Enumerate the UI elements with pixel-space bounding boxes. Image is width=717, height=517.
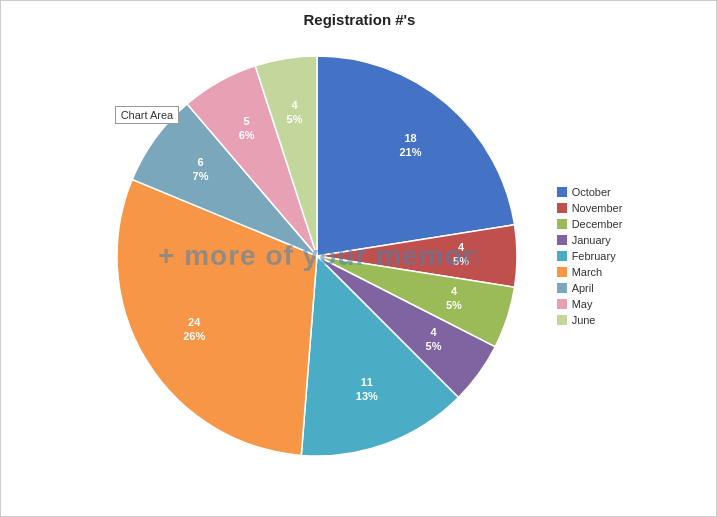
legend-label: March — [572, 266, 603, 278]
slice-pct-label: 7% — [192, 170, 208, 182]
slice-value-label: 5 — [243, 115, 249, 127]
legend-item: January — [557, 234, 623, 246]
slice-pct-label: 5% — [425, 340, 441, 352]
legend-label: October — [572, 186, 611, 198]
slice-value-label: 4 — [458, 241, 465, 253]
legend-label: April — [572, 282, 594, 294]
pie-area: Chart Area 1821%45%45%45%1113%2426%67%56… — [97, 36, 537, 476]
legend-item: November — [557, 202, 623, 214]
legend-color-swatch — [557, 219, 567, 229]
chart-title: Registration #'s — [11, 11, 708, 28]
chart-area-label: Chart Area — [115, 106, 180, 124]
legend-color-swatch — [557, 315, 567, 325]
legend-item: October — [557, 186, 623, 198]
legend-item: March — [557, 266, 623, 278]
slice-value-label: 18 — [404, 132, 416, 144]
legend-item: December — [557, 218, 623, 230]
slice-value-label: 6 — [197, 156, 203, 168]
legend-color-swatch — [557, 251, 567, 261]
legend-item: June — [557, 314, 623, 326]
slice-pct-label: 5% — [453, 255, 469, 267]
legend-color-swatch — [557, 267, 567, 277]
pie-chart: 1821%45%45%45%1113%2426%67%56%45% — [97, 36, 537, 476]
slice-pct-label: 5% — [446, 299, 462, 311]
legend-label: January — [572, 234, 611, 246]
legend-label: May — [572, 298, 593, 310]
slice-pct-label: 26% — [183, 330, 205, 342]
legend-item: May — [557, 298, 623, 310]
legend-color-swatch — [557, 283, 567, 293]
slice-value-label: 24 — [188, 316, 201, 328]
slice-value-label: 11 — [360, 376, 372, 388]
slice-pct-label: 21% — [399, 146, 421, 158]
slice-value-label: 4 — [291, 99, 298, 111]
legend-color-swatch — [557, 299, 567, 309]
legend-label: November — [572, 202, 623, 214]
slice-value-label: 4 — [451, 285, 458, 297]
chart-container: Registration #'s Chart Area 1821%45%45%4… — [1, 1, 717, 517]
slice-value-label: 4 — [430, 326, 437, 338]
chart-body: Chart Area 1821%45%45%45%1113%2426%67%56… — [11, 36, 708, 476]
legend-label: February — [572, 250, 616, 262]
legend-color-swatch — [557, 187, 567, 197]
slice-pct-label: 13% — [355, 390, 377, 402]
legend-color-swatch — [557, 203, 567, 213]
slice-pct-label: 6% — [238, 129, 254, 141]
legend-label: June — [572, 314, 596, 326]
slice-pct-label: 5% — [286, 113, 302, 125]
legend-item: February — [557, 250, 623, 262]
legend-item: April — [557, 282, 623, 294]
legend: October November December January Februa… — [557, 186, 623, 326]
legend-label: December — [572, 218, 623, 230]
legend-color-swatch — [557, 235, 567, 245]
